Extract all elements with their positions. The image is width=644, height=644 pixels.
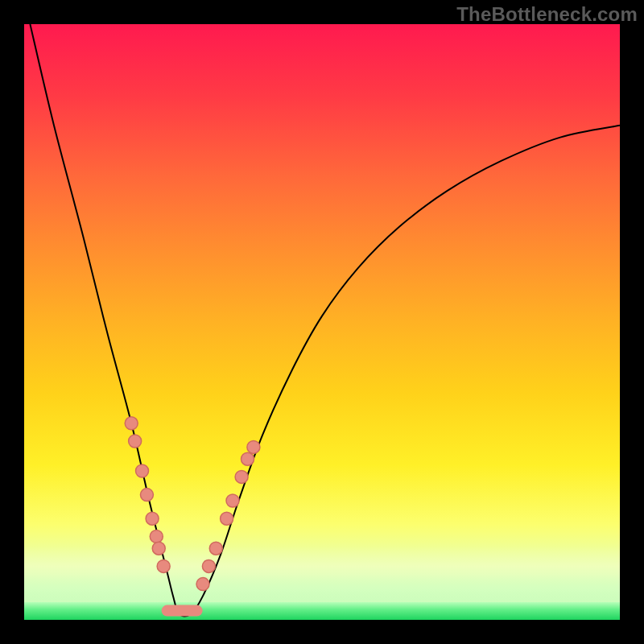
watermark-text: TheBottleneck.com (456, 3, 638, 26)
highlight-dot (150, 530, 163, 543)
highlight-dot (235, 470, 248, 483)
highlight-dot (196, 578, 209, 591)
highlight-dot (226, 494, 239, 507)
curve-layer (24, 24, 620, 620)
highlight-dot (221, 512, 233, 525)
highlight-dots-left (125, 417, 170, 573)
chart-frame: TheBottleneck.com (0, 0, 644, 644)
highlight-dot (209, 542, 222, 555)
plot-area (24, 24, 620, 620)
highlight-dot (129, 435, 142, 448)
highlight-dot (242, 452, 254, 465)
highlight-dot (152, 542, 165, 555)
highlight-dot (140, 489, 153, 502)
highlight-dot (157, 559, 170, 572)
highlight-dot (125, 417, 138, 430)
highlight-dot (146, 512, 159, 525)
highlight-dot (136, 464, 149, 477)
highlight-dot (202, 559, 215, 572)
bottleneck-curve (30, 24, 620, 616)
highlight-dot (247, 440, 260, 453)
highlight-dots-right (196, 440, 260, 590)
